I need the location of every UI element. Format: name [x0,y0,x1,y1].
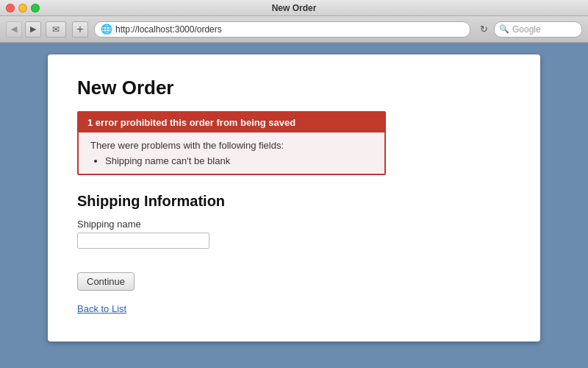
error-item: Shipping name can't be blank [105,155,373,166]
error-header: 1 error prohibited this order from being… [79,113,384,132]
globe-icon: 🌐 [101,24,112,35]
browser-toolbar: ◀ ▶ ✉ + 🌐 http://localhost:3000/orders ↻… [0,16,588,43]
refresh-icon: ↻ [480,24,488,35]
add-icon: + [76,23,83,36]
search-icon: 🔍 [499,24,509,34]
error-body: There were problems with the following f… [79,132,384,174]
url-display: http://localhost:3000/orders [115,24,222,35]
email-icon: ✉ [52,24,60,35]
forward-icon: ▶ [30,24,36,34]
window-controls [6,4,40,13]
close-button[interactable] [6,4,15,13]
browser-window: New Order ◀ ▶ ✉ + 🌐 http://localhost:300… [0,0,588,368]
back-icon: ◀ [11,24,17,34]
browser-content: New Order 1 error prohibited this order … [0,43,588,368]
page-card: New Order 1 error prohibited this order … [48,54,540,342]
back-button[interactable]: ◀ [6,21,22,38]
maximize-button[interactable] [31,4,40,13]
add-tab-button[interactable]: + [72,21,88,38]
browser-title: New Order [272,3,317,13]
titlebar: New Order [0,0,588,16]
refresh-button[interactable]: ↻ [476,21,491,38]
shipping-name-label: Shipping name [77,219,511,230]
search-placeholder: Google [512,24,541,35]
continue-button[interactable]: Continue [77,272,135,291]
section-title: Shipping Information [77,193,511,210]
error-list: Shipping name can't be blank [105,155,373,166]
error-intro: There were problems with the following f… [90,140,373,151]
forward-button[interactable]: ▶ [25,21,41,38]
error-box: 1 error prohibited this order from being… [77,111,386,175]
shipping-name-input[interactable] [77,233,209,249]
page-title: New Order [77,77,511,99]
address-bar[interactable]: 🌐 http://localhost:3000/orders [94,21,470,38]
minimize-button[interactable] [18,4,27,13]
browser-search[interactable]: 🔍 Google [494,21,582,38]
back-to-list-link[interactable]: Back to List [77,303,126,314]
email-button[interactable]: ✉ [46,21,66,38]
